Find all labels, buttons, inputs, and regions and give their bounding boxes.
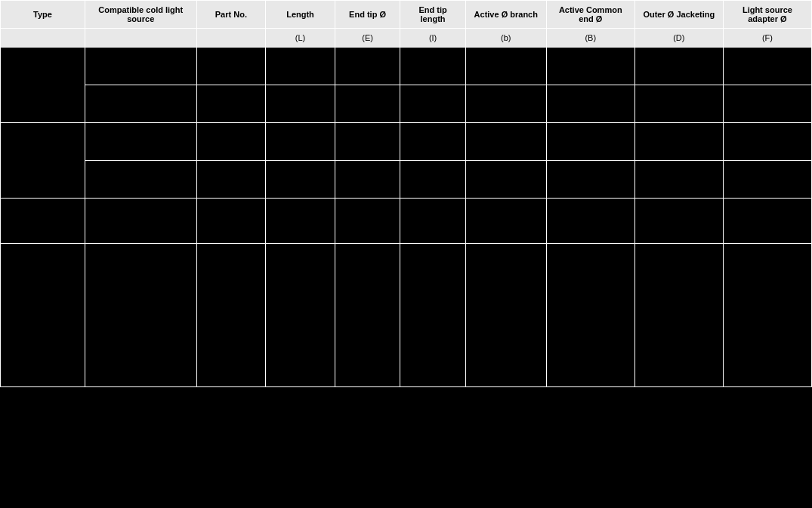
cell-length — [266, 85, 335, 123]
col-sub-type — [1, 29, 85, 48]
table-row — [1, 161, 812, 199]
cell-endtip-d — [335, 244, 400, 387]
cell-endtip-l — [400, 161, 466, 199]
cell-active-b — [465, 199, 546, 244]
cell-length — [266, 123, 335, 161]
col-header-outer: Outer Ø Jacketing — [634, 1, 723, 29]
col-header-endtip-d: End tip Ø — [335, 1, 400, 29]
cell-active-b — [465, 85, 546, 123]
cell-lightsrc — [723, 161, 811, 199]
col-header-endtip-l: End tip length — [400, 1, 466, 29]
cell-endtip-d — [335, 161, 400, 199]
cell-endtip-l — [400, 123, 466, 161]
cell-compat — [85, 161, 196, 199]
cell-endtip-d — [335, 123, 400, 161]
col-sub-active-b: (b) — [465, 29, 546, 48]
table-container: Type Compatible cold light source Part N… — [0, 0, 812, 387]
cell-compat — [85, 48, 196, 85]
col-header-active-b: Active Ø branch — [465, 1, 546, 29]
cell-type — [1, 48, 85, 123]
col-header-active-c: Active Common end Ø — [546, 1, 634, 29]
cell-compat — [85, 199, 196, 244]
col-sub-active-c: (B) — [546, 29, 634, 48]
col-header-length: Length — [266, 1, 335, 29]
cell-type — [1, 244, 85, 387]
cell-active-b — [465, 123, 546, 161]
table-row — [1, 48, 812, 85]
cell-lightsrc — [723, 48, 811, 85]
cell-lightsrc — [723, 123, 811, 161]
cell-active-c — [546, 199, 634, 244]
cell-length — [266, 161, 335, 199]
col-sub-partno — [196, 29, 266, 48]
col-header-lightsrc: Light source adapter Ø — [723, 1, 811, 29]
cell-active-c — [546, 48, 634, 85]
cell-outer — [634, 123, 723, 161]
cell-endtip-l — [400, 85, 466, 123]
cell-lightsrc — [723, 199, 811, 244]
cell-lightsrc — [723, 244, 811, 387]
cell-partno — [196, 85, 266, 123]
cell-outer — [634, 244, 723, 387]
data-table: Type Compatible cold light source Part N… — [0, 0, 812, 387]
cell-active-b — [465, 244, 546, 387]
col-sub-length: (L) — [266, 29, 335, 48]
cell-lightsrc — [723, 85, 811, 123]
cell-endtip-l — [400, 199, 466, 244]
table-row — [1, 85, 812, 123]
col-header-partno: Part No. — [196, 1, 266, 29]
cell-outer — [634, 85, 723, 123]
col-sub-lightsrc: (F) — [723, 29, 811, 48]
cell-compat — [85, 244, 196, 387]
cell-active-b — [465, 161, 546, 199]
cell-compat — [85, 85, 196, 123]
cell-outer — [634, 199, 723, 244]
cell-active-c — [546, 244, 634, 387]
cell-type — [1, 199, 85, 244]
table-row — [1, 199, 812, 244]
cell-partno — [196, 48, 266, 85]
cell-partno — [196, 244, 266, 387]
col-sub-endtip-l: (I) — [400, 29, 466, 48]
cell-partno — [196, 123, 266, 161]
col-sub-compat — [85, 29, 196, 48]
cell-endtip-l — [400, 48, 466, 85]
cell-outer — [634, 161, 723, 199]
cell-active-c — [546, 161, 634, 199]
table-row — [1, 244, 812, 387]
col-header-type: Type — [1, 1, 85, 29]
cell-partno — [196, 161, 266, 199]
cell-active-b — [465, 48, 546, 85]
cell-length — [266, 48, 335, 85]
cell-endtip-d — [335, 199, 400, 244]
cell-length — [266, 199, 335, 244]
cell-active-c — [546, 85, 634, 123]
cell-length — [266, 244, 335, 387]
cell-partno — [196, 199, 266, 244]
cell-type — [1, 123, 85, 199]
col-header-compat: Compatible cold light source — [85, 1, 196, 29]
cell-compat — [85, 123, 196, 161]
col-sub-outer: (D) — [634, 29, 723, 48]
cell-active-c — [546, 123, 634, 161]
col-sub-endtip-d: (E) — [335, 29, 400, 48]
cell-endtip-d — [335, 85, 400, 123]
cell-endtip-d — [335, 48, 400, 85]
cell-endtip-l — [400, 244, 466, 387]
cell-outer — [634, 48, 723, 85]
table-row — [1, 123, 812, 161]
